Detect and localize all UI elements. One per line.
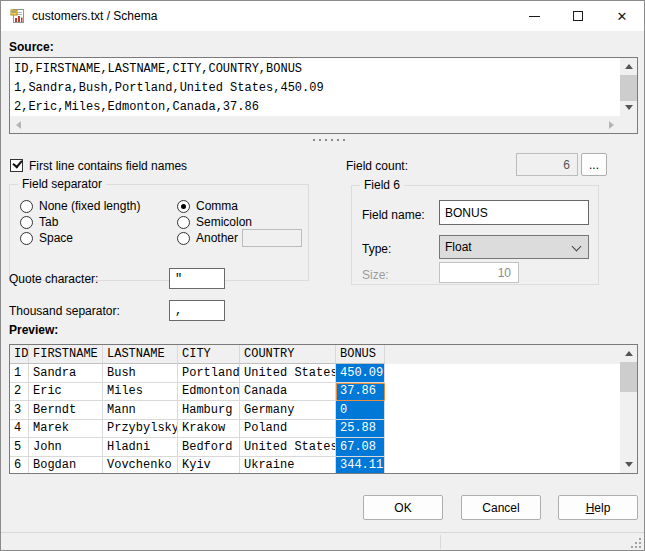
resize-grip-icon[interactable] [631, 538, 641, 548]
table-cell[interactable]: 67.08 [336, 438, 385, 457]
radio-label: None (fixed length) [39, 199, 140, 213]
table-cell[interactable]: United States [240, 364, 336, 383]
table-cell[interactable]: 0 [336, 401, 385, 420]
splitter-handle[interactable] [313, 139, 345, 141]
scroll-left-icon[interactable] [16, 121, 21, 129]
table-cell[interactable]: Mann [103, 401, 178, 420]
table-cell[interactable]: 2 [10, 383, 29, 402]
source-label: Source: [9, 40, 54, 54]
field6-legend: Field 6 [360, 178, 404, 192]
field-name-input[interactable]: BONUS [439, 200, 589, 225]
field-separator-legend: Field separator [18, 177, 106, 191]
table-cell[interactable]: 4 [10, 420, 29, 439]
help-button[interactable]: Help [558, 495, 638, 520]
type-value: Float [445, 240, 472, 254]
column-header[interactable]: LASTNAME [103, 345, 178, 364]
radio-semicolon[interactable]: Semicolon [177, 215, 252, 229]
column-header[interactable]: COUNTRY [240, 345, 336, 364]
radio-label: Tab [39, 215, 58, 229]
column-header[interactable]: ID [10, 345, 29, 364]
table-cell[interactable]: 344.11 [336, 457, 385, 474]
table-row: 3BerndtMannHamburgGermany0 [10, 401, 620, 420]
column-header[interactable]: FIRSTNAME [29, 345, 103, 364]
source-vertical-scrollbar[interactable] [620, 58, 637, 116]
radio-space[interactable]: Space [20, 231, 73, 245]
table-cell[interactable]: 5 [10, 438, 29, 457]
scroll-up-icon[interactable] [625, 351, 633, 356]
column-header[interactable]: CITY [178, 345, 240, 364]
field-count-label: Field count: [346, 159, 408, 173]
type-dropdown[interactable]: Float [439, 235, 589, 259]
table-cell[interactable]: Bedford [178, 438, 240, 457]
table-cell[interactable]: 37.86 [336, 383, 385, 402]
size-label: Size: [362, 268, 389, 282]
table-cell[interactable]: Krakow [178, 420, 240, 439]
field-name-label: Field name: [362, 208, 425, 222]
quote-character-input[interactable]: " [169, 268, 225, 289]
table-cell[interactable]: 3 [10, 401, 29, 420]
table-cell[interactable]: Hladni [103, 438, 178, 457]
table-cell[interactable]: Portland [178, 364, 240, 383]
thousand-separator-input[interactable]: , [169, 300, 225, 321]
table-cell[interactable]: 450.09 [336, 364, 385, 383]
table-cell[interactable]: Edmonton [178, 383, 240, 402]
minimize-icon [529, 16, 540, 17]
size-input[interactable]: 10 [439, 262, 519, 283]
scroll-up-icon[interactable] [625, 64, 633, 69]
radio-label: Space [39, 231, 73, 245]
cancel-button[interactable]: Cancel [461, 495, 541, 520]
field6-group: Field 6 Field name: BONUS Type: Float Si… [351, 185, 599, 285]
table-cell[interactable]: Marek [29, 420, 103, 439]
table-cell[interactable]: United States [240, 438, 336, 457]
another-separator-input[interactable] [242, 229, 302, 247]
table-row: 1SandraBushPortlandUnited States450.09 [10, 364, 620, 383]
ok-button[interactable]: OK [363, 495, 443, 520]
table-cell[interactable]: Vovchenko [103, 457, 178, 474]
table-cell[interactable]: Hamburg [178, 401, 240, 420]
table-cell[interactable]: Kyiv [178, 457, 240, 474]
source-content: ID,FIRSTNAME,LASTNAME,CITY,COUNTRY,BONUS… [10, 58, 620, 116]
maximize-icon [573, 11, 583, 21]
scroll-down-icon[interactable] [625, 105, 633, 110]
minimize-button[interactable] [512, 1, 556, 31]
status-bar [1, 533, 644, 551]
table-row: 2EricMilesEdmontonCanada37.86 [10, 383, 620, 402]
table-cell[interactable]: John [29, 438, 103, 457]
preview-vertical-scrollbar[interactable] [620, 345, 637, 473]
first-line-checkbox[interactable] [10, 159, 23, 172]
table-cell[interactable]: Przybylsky [103, 420, 178, 439]
field-count-value[interactable]: 6 [516, 153, 578, 176]
table-cell[interactable]: 1 [10, 364, 29, 383]
table-cell[interactable]: Berndt [29, 401, 103, 420]
table-cell[interactable]: Canada [240, 383, 336, 402]
field-count-browse-button[interactable]: ... [581, 153, 607, 176]
scroll-right-icon[interactable] [609, 121, 614, 129]
scrollbar-corner [620, 116, 637, 133]
table-cell[interactable]: Germany [240, 401, 336, 420]
table-row: 6BogdanVovchenkoKyivUkraine344.11 [10, 457, 620, 474]
table-cell[interactable]: 25.88 [336, 420, 385, 439]
column-header[interactable]: BONUS [336, 345, 385, 364]
table-cell[interactable]: Sandra [29, 364, 103, 383]
radio-icon [20, 216, 33, 229]
table-cell[interactable]: Bogdan [29, 457, 103, 474]
table-cell[interactable]: Miles [103, 383, 178, 402]
radio-tab[interactable]: Tab [20, 215, 58, 229]
radio-none[interactable]: None (fixed length) [20, 199, 140, 213]
scroll-down-icon[interactable] [625, 462, 633, 467]
radio-another[interactable]: Another [177, 231, 238, 245]
radio-icon [177, 232, 190, 245]
table-cell[interactable]: Eric [29, 383, 103, 402]
source-scrollbar-thumb[interactable] [620, 75, 637, 101]
table-cell[interactable]: Poland [240, 420, 336, 439]
close-button[interactable]: ✕ [600, 1, 644, 31]
first-line-label: First line contains field names [29, 159, 187, 173]
table-cell[interactable]: Bush [103, 364, 178, 383]
preview-scrollbar-thumb[interactable] [620, 362, 637, 392]
radio-comma[interactable]: Comma [177, 199, 238, 213]
source-horizontal-scrollbar[interactable] [10, 116, 620, 133]
maximize-button[interactable] [556, 1, 600, 31]
table-cell[interactable]: Ukraine [240, 457, 336, 474]
source-text-area[interactable]: ID,FIRSTNAME,LASTNAME,CITY,COUNTRY,BONUS… [9, 57, 638, 134]
table-cell[interactable]: 6 [10, 457, 29, 474]
